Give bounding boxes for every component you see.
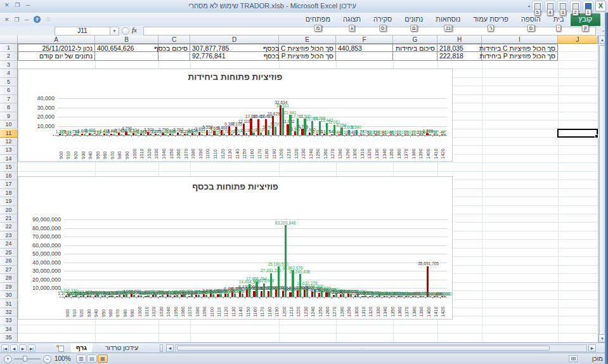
row-header-2[interactable]: 2 (0, 52, 18, 60)
row-header-30[interactable]: 30 (0, 291, 18, 299)
bar-C-1160[interactable] (250, 119, 252, 135)
ribbon-tab-נוסחאות[interactable]: נוסחאותנ2 (429, 13, 467, 26)
bar-C-1110[interactable] (217, 294, 219, 297)
row-header-15[interactable]: 15 (0, 163, 18, 171)
bar-C-1350[interactable] (391, 296, 392, 297)
bar-C-1210[interactable] (287, 124, 288, 135)
column-header-J[interactable]: J (558, 36, 598, 44)
sheet-tab-עידכון טרדור[interactable]: עידכון טרדור (99, 343, 145, 353)
row-header-31[interactable]: 31 (0, 300, 18, 308)
bar-P-1410[interactable] (436, 296, 438, 297)
bar-P-1370[interactable] (407, 134, 409, 135)
row-header-11[interactable]: 11 (0, 129, 18, 138)
bar-C-960[interactable] (108, 296, 110, 297)
help-icon[interactable]: ? (34, 16, 41, 23)
bar-C-1010[interactable] (145, 296, 146, 297)
bar-P-1010[interactable] (147, 296, 149, 297)
bar-P-910[interactable] (69, 134, 71, 135)
bar-P-1310[interactable] (363, 134, 365, 135)
bar-P-1140[interactable] (242, 294, 243, 297)
bar-P-1000[interactable] (135, 134, 137, 135)
bar-P-1340[interactable] (385, 134, 387, 135)
bar-P-1040[interactable] (164, 134, 166, 135)
bar-C-1360[interactable] (398, 296, 399, 297)
bar-P-1270[interactable] (333, 125, 335, 135)
cell-I2-value[interactable]: סך הכול פוזיציות P ביחידות (482, 52, 558, 60)
name-box-dropdown-icon[interactable]: ▼ (110, 27, 119, 36)
bar-C-1070[interactable] (184, 134, 186, 135)
row-header-17[interactable]: 17 (0, 180, 18, 188)
zoom-slider-thumb[interactable] (23, 356, 27, 361)
select-all-corner[interactable] (0, 36, 18, 44)
bar-C-1370[interactable] (404, 134, 406, 135)
cell-B2[interactable] (95, 52, 158, 60)
row-header-16[interactable]: 16 (0, 172, 18, 180)
print-preview-button[interactable]: 5 (532, 1, 543, 11)
bar-P-1060[interactable] (179, 134, 181, 135)
column-header-B[interactable]: B (95, 36, 158, 44)
bar-C-1070[interactable] (188, 296, 190, 297)
bar-C-1120[interactable] (224, 294, 226, 297)
bar-C-1310[interactable] (361, 296, 363, 297)
cell-E1-value[interactable]: סך הכול פוזיציות C בכסף (279, 44, 336, 52)
bar-P-1320[interactable] (370, 134, 372, 135)
hscroll-left-icon[interactable]: ◀ (166, 344, 174, 352)
bar-C-1270[interactable] (331, 134, 333, 135)
bar-P-1360[interactable] (400, 296, 402, 297)
row-header-18[interactable]: 18 (0, 189, 18, 197)
bar-C-1410[interactable] (434, 134, 436, 135)
bar-C-950[interactable] (101, 296, 103, 297)
bar-C-970[interactable] (116, 296, 118, 297)
document-button[interactable]: 2 (570, 1, 581, 11)
bar-P-940[interactable] (91, 134, 93, 135)
bar-C-1290[interactable] (346, 134, 347, 135)
bar-C-1230[interactable] (301, 129, 303, 135)
row-header-19[interactable]: 19 (0, 197, 18, 205)
fill-handle[interactable] (595, 134, 598, 138)
bar-P-1300[interactable] (356, 130, 358, 135)
bar-P-1000[interactable] (140, 296, 142, 297)
bar-P-1180[interactable] (268, 130, 269, 135)
bar-C-1340[interactable] (384, 296, 385, 297)
bar-P-1130[interactable] (234, 294, 236, 297)
normal-view-button[interactable]: ▦ (98, 354, 108, 363)
chart-2[interactable]: פוזיציות פתוחות בכסף-10,000,00020,000,00… (18, 176, 453, 320)
bar-C-1210[interactable] (289, 292, 291, 297)
bar-P-1110[interactable] (216, 134, 217, 135)
horizontal-scroll-thumb[interactable]: ∙∙∙ (177, 346, 550, 351)
bar-P-1120[interactable] (227, 294, 229, 297)
bar-C-1320[interactable] (369, 296, 371, 297)
chart-1[interactable]: פוזיציות פתוחות ביחידות-10,00020,00030,0… (18, 68, 453, 162)
row-header-8[interactable]: 8 (0, 103, 18, 112)
bar-C-1050[interactable] (174, 296, 176, 297)
bar-C-1170[interactable] (261, 291, 262, 297)
ribbon-tab-סקירה[interactable]: סקירהס (367, 13, 398, 26)
bar-C-1360[interactable] (397, 134, 399, 135)
row-header-29[interactable]: 29 (0, 283, 18, 291)
previous-sheet-icon[interactable]: ◀ (10, 344, 18, 352)
bar-P-1080[interactable] (194, 134, 196, 135)
bar-P-1130[interactable] (231, 134, 233, 135)
bar-P-1210[interactable] (292, 270, 294, 297)
ribbon-tab-הוספה[interactable]: הוספהס (515, 13, 547, 26)
row-header-10[interactable]: 10 (0, 120, 18, 129)
page-break-preview-button[interactable]: ▥ (76, 354, 86, 363)
column-header-F[interactable]: F (336, 36, 393, 44)
bar-C-1390[interactable] (419, 134, 421, 135)
bar-P-1190[interactable] (278, 266, 280, 297)
selected-cell-J11[interactable] (557, 129, 598, 138)
bar-P-1140[interactable] (238, 134, 240, 135)
bar-C-1270[interactable] (333, 295, 335, 297)
pin-icon[interactable]: ♡ (46, 16, 51, 23)
bar-P-1420[interactable] (444, 134, 446, 135)
bar-P-960[interactable] (106, 134, 108, 135)
ribbon-tab-נתונים[interactable]: נתוניםם (398, 13, 429, 26)
close-icon[interactable]: ✕ (4, 3, 10, 8)
bar-C-920[interactable] (74, 134, 75, 135)
row-header-25[interactable]: 25 (0, 249, 18, 257)
bar-P-950[interactable] (98, 134, 100, 135)
restore-icon[interactable]: ❐ (15, 3, 20, 8)
row-header-23[interactable]: 23 (0, 231, 18, 240)
bar-C-1190[interactable] (275, 290, 277, 297)
row-header-28[interactable]: 28 (0, 274, 18, 282)
